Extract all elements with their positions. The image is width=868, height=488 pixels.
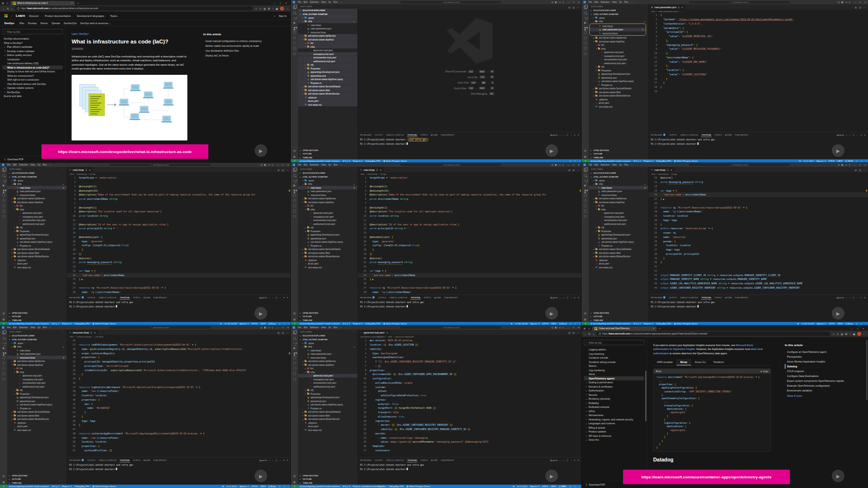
tree-item[interactable]: ▸otel-dotnet-starter.WorkerService [7,255,67,259]
panel-action-icon[interactable]: ▢ [275,459,277,461]
pr-status[interactable]: ⇄jmarsil/getting-started#1 needs reviewe… [589,322,632,325]
command-center-search[interactable]: ⌕otel-dotnet-starter [689,163,790,167]
tree-item[interactable]: ▸otel-dotnet-starter.Web [7,414,67,418]
tree-item[interactable]: ~serviceworker.tmpl.yaml [7,381,67,385]
replay-overlay-icon[interactable]: ▶ [255,470,267,482]
toc-item[interactable]: Introduction [2,57,63,62]
panel-tab[interactable]: DEBUG CONSOLE [390,295,407,300]
panel-tab[interactable]: PORTS [133,295,140,300]
panel-tab[interactable]: PORTS [715,132,722,137]
postgres-status[interactable]: ▥Select Postgres Server [91,485,118,488]
panel-tab[interactable]: PORTS [715,295,722,300]
panel-action-icon[interactable]: ⋯ [856,296,858,299]
status-icon[interactable]: ✓ [573,322,578,325]
problems-status[interactable]: ⊘ 0 △ 1 [51,485,61,488]
panel-tab[interactable]: OUTPUT [378,295,386,300]
toc-item[interactable]: ▸Authentication [584,389,644,393]
menu-item[interactable]: Selection [309,1,320,3]
status-icon[interactable]: ◔ [864,322,868,325]
status-icon[interactable]: ☺ [568,485,573,488]
panel-action-icon[interactable]: ▢ [853,134,854,136]
tree-item[interactable]: ◆otel-dotnet-starter.AppHost.csproj [298,403,357,407]
editor-action-icon[interactable]: ◎ [278,168,280,171]
layout-icon[interactable]: ◧ [841,1,843,3]
tree-item[interactable]: ▸bin [7,367,67,371]
explorer-section[interactable]: ▸SOLUTION EXPLORER [7,334,67,338]
status-icon[interactable]: ☺ [277,485,282,488]
status-item[interactable]: UTF-8 [250,322,259,325]
minimize-icon[interactable]: — [851,328,853,330]
status-icon[interactable]: ◔ [286,322,291,325]
tree-item[interactable]: Mnext-steps.md [7,265,67,269]
status-icon[interactable]: ◔ [577,485,582,488]
layout-icon[interactable]: ◧ [264,326,266,329]
tree-item[interactable]: ▸bin [7,204,67,208]
panel-action-icon[interactable]: ⋯ [279,459,281,461]
panel-action-icon[interactable]: ▢ [566,459,568,461]
docker-icon[interactable] [293,47,296,50]
explorer-icon[interactable] [584,6,587,9]
tree-item[interactable]: ~serviceworker.tmpl.yaml [298,219,357,223]
remote-explorer-icon[interactable] [293,194,296,197]
database-icon[interactable] [293,53,296,56]
layout-icon[interactable]: ▯ [849,1,850,3]
maximize-icon[interactable]: □ [571,164,576,166]
menu-item[interactable]: File [297,326,302,329]
tree-item[interactable]: ▸obj [298,226,357,230]
azure-icon[interactable] [293,366,297,370]
tree-item[interactable]: ▸otel-dotnet-starter.ApiService [298,360,357,363]
status-icon[interactable]: ✓ [573,160,578,162]
toc-item[interactable]: Container debug console [584,360,644,364]
tree-item[interactable]: {}appsettings.Development.json [298,233,357,237]
toolbar-icon[interactable]: ◔ [272,7,273,10]
remote-explorer-icon[interactable] [2,194,5,197]
remote-indicator[interactable]: » [291,485,298,488]
editor-action-icon[interactable]: ⋯ [577,6,579,9]
pr-status[interactable]: ⇄jmarsil/getting-started#1 needs reviewe… [8,322,51,325]
tree-item[interactable]: ▾otel-dotnet-starter.AppHost [298,200,357,204]
maximize-icon[interactable]: □ [280,164,285,166]
panel-action-icon[interactable]: ▢ [275,296,277,299]
more-actions-icon[interactable]: ⋯ [62,331,64,333]
minimize-icon[interactable]: — [566,164,571,166]
menu-item[interactable]: View [320,1,327,3]
forward-icon[interactable]: → [57,326,62,329]
explorer-icon[interactable] [293,331,296,335]
extensions-icon[interactable] [3,352,4,354]
more-actions-icon[interactable]: ⋯ [644,168,646,170]
toc-item[interactable]: ▸Operate reliable systems [2,86,63,90]
explorer-icon[interactable] [293,168,296,172]
accounts-icon[interactable]: ◎ [584,149,586,153]
tree-item[interactable]: #Program.cs [7,406,67,410]
tree-item[interactable]: {}appsettings.Development.json [298,396,357,400]
explorer-section[interactable]: ▸SOLUTION EXPLORER [298,9,357,13]
tree-item[interactable]: ~webfrontend.tmpl.yaml [298,385,357,389]
panel-action-icon[interactable]: ⋯ [856,134,858,136]
panel-tab[interactable]: PLAYWRIGHT [441,132,454,137]
copy-button[interactable]: ⧉Copy [760,370,768,373]
tree-item[interactable]: ▾infra● [7,182,67,186]
toc-item[interactable]: ▸Reliability [584,401,644,405]
toolbar-icon[interactable]: ☆ [832,333,834,335]
rail-link[interactable]: Datadog [785,364,864,369]
tree-item[interactable]: ~apiservice.tmpl.yaml [589,51,648,55]
status-item[interactable]: UTF-8 [541,322,550,325]
tree-item[interactable]: ▸otel-dotnet-starter.ServiceDefaults [589,87,648,91]
tree-item[interactable]: ▾infra● [298,20,357,24]
tree-item[interactable]: ▾infra● [589,182,648,186]
tree-item[interactable]: ▸.azure [298,179,357,182]
panel-tab[interactable]: PROBLEMS1 [651,295,666,300]
projects-status[interactable]: Projects: 5 [642,322,655,325]
test-explorer-icon[interactable] [2,199,5,202]
debug-target-status[interactable]: Debug Any CPU [364,322,382,325]
editor-action-icon[interactable]: ◫ [572,168,574,171]
menu-item[interactable]: Run [332,326,339,329]
tree-item[interactable]: ▸.azure [298,341,357,345]
status-item[interactable]: Ln 24, Col 34 [800,322,815,325]
postgres-status[interactable]: ▥Select Postgres Server [382,322,408,325]
database-icon[interactable] [584,215,587,218]
toc-item[interactable]: ▸Plan efficient workloads [2,45,63,49]
status-item[interactable]: CRLF [549,485,557,488]
code-sample-tab[interactable]: ARM template [653,359,677,366]
toc-item[interactable]: ▸DevSecOps [2,90,63,95]
